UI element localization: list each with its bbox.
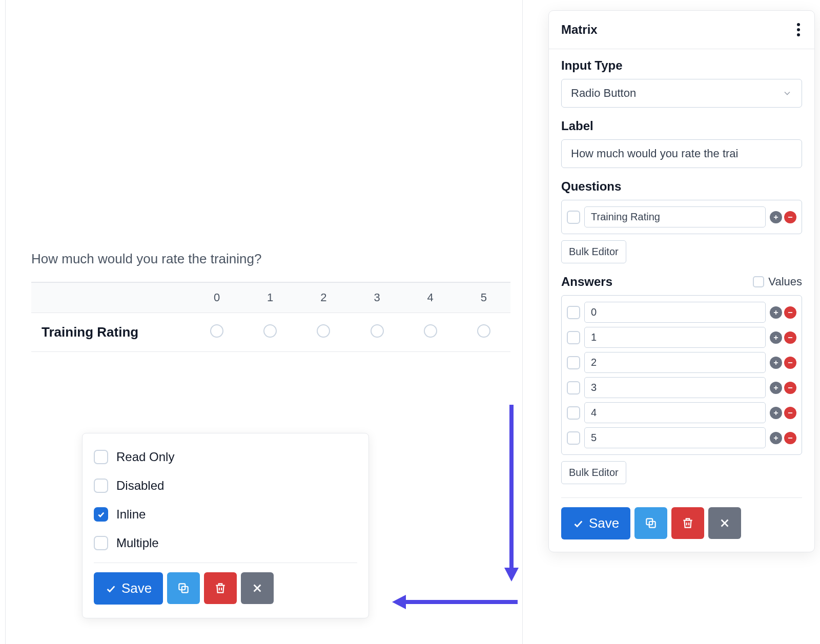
multiple-checkbox[interactable] — [94, 536, 108, 550]
questions-box — [561, 200, 802, 234]
question-check-0[interactable] — [567, 211, 580, 224]
answer-check-5[interactable] — [567, 431, 580, 445]
answer-row — [566, 425, 797, 450]
panel-delete-button[interactable] — [671, 507, 704, 539]
matrix-col-2: 2 — [297, 282, 350, 313]
remove-answer-button[interactable] — [784, 382, 796, 394]
svg-marker-5 — [504, 568, 519, 581]
add-answer-button[interactable] — [770, 306, 782, 319]
remove-question-button[interactable] — [784, 211, 796, 223]
questions-bulk-editor-button[interactable]: Bulk Editor — [561, 240, 626, 263]
answer-input-0[interactable] — [584, 302, 766, 323]
panel-copy-button[interactable] — [634, 507, 667, 539]
annotation-arrow-left — [389, 592, 518, 612]
panel-title: Matrix — [561, 23, 598, 37]
answer-check-4[interactable] — [567, 406, 580, 420]
inline-label: Inline — [116, 507, 146, 522]
answers-box — [561, 295, 802, 455]
save-button-label: Save — [121, 580, 152, 596]
label-label: Label — [561, 119, 802, 133]
label-input[interactable]: How much would you rate the trai — [561, 139, 802, 168]
disabled-label: Disabled — [116, 479, 164, 493]
answer-row — [566, 325, 797, 350]
save-button[interactable]: Save — [94, 572, 163, 605]
properties-panel: Matrix Input Type Radio Button Label How… — [548, 10, 815, 552]
input-type-select[interactable]: Radio Button — [561, 79, 802, 108]
add-answer-button[interactable] — [770, 432, 782, 444]
answer-input-5[interactable] — [584, 427, 766, 448]
remove-answer-button[interactable] — [784, 407, 796, 419]
answer-check-0[interactable] — [567, 306, 580, 319]
copy-button[interactable] — [167, 572, 200, 604]
trash-icon — [681, 516, 694, 530]
answer-row — [566, 375, 797, 400]
annotation-arrow-down — [501, 405, 522, 584]
matrix-col-4: 4 — [404, 282, 457, 313]
add-question-button[interactable] — [770, 211, 782, 223]
matrix-row: Training Rating — [31, 313, 510, 352]
radio-option-5[interactable] — [477, 324, 490, 338]
panel-save-button[interactable]: Save — [561, 507, 630, 539]
read-only-label: Read Only — [116, 450, 174, 464]
matrix-col-1: 1 — [243, 282, 297, 313]
radio-option-3[interactable] — [371, 324, 384, 338]
answer-row — [566, 300, 797, 325]
matrix-header-blank — [31, 282, 190, 313]
add-answer-button[interactable] — [770, 331, 782, 344]
answer-check-2[interactable] — [567, 356, 580, 369]
matrix-col-3: 3 — [350, 282, 403, 313]
remove-answer-button[interactable] — [784, 306, 796, 319]
values-label: Values — [768, 275, 802, 288]
values-checkbox[interactable] — [753, 276, 764, 287]
matrix-col-5: 5 — [457, 282, 510, 313]
matrix-row-label: Training Rating — [31, 313, 190, 352]
answer-row — [566, 400, 797, 425]
remove-answer-button[interactable] — [784, 432, 796, 444]
remove-answer-button[interactable] — [784, 331, 796, 344]
copy-icon — [644, 516, 658, 530]
panel-save-label: Save — [589, 515, 619, 531]
answer-input-2[interactable] — [584, 352, 766, 373]
close-button[interactable] — [241, 572, 274, 604]
check-icon — [572, 518, 584, 529]
close-icon — [719, 517, 730, 529]
answers-label: Answers — [561, 275, 612, 289]
panel-close-button[interactable] — [708, 507, 741, 539]
input-type-value: Radio Button — [571, 87, 636, 100]
disabled-checkbox[interactable] — [94, 479, 108, 493]
question-row — [566, 204, 797, 230]
add-answer-button[interactable] — [770, 382, 782, 394]
read-only-checkbox[interactable] — [94, 450, 108, 464]
check-icon — [105, 583, 116, 594]
radio-option-4[interactable] — [424, 324, 437, 338]
copy-icon — [177, 581, 190, 595]
close-icon — [252, 583, 263, 594]
chevron-down-icon — [782, 88, 792, 98]
remove-answer-button[interactable] — [784, 357, 796, 369]
add-answer-button[interactable] — [770, 357, 782, 369]
radio-option-2[interactable] — [317, 324, 330, 338]
matrix-col-0: 0 — [190, 282, 243, 313]
svg-marker-7 — [392, 595, 406, 609]
answers-bulk-editor-button[interactable]: Bulk Editor — [561, 461, 626, 484]
multiple-label: Multiple — [116, 536, 159, 550]
add-answer-button[interactable] — [770, 407, 782, 419]
matrix-preview-table: 0 1 2 3 4 5 Training Rating — [31, 282, 510, 352]
trash-icon — [214, 581, 227, 595]
radio-option-1[interactable] — [263, 324, 277, 338]
answer-check-3[interactable] — [567, 381, 580, 394]
input-type-label: Input Type — [561, 58, 802, 73]
answer-check-1[interactable] — [567, 331, 580, 344]
panel-menu-button[interactable] — [795, 21, 802, 38]
answer-input-3[interactable] — [584, 377, 766, 398]
answer-input-4[interactable] — [584, 402, 766, 423]
question-input-0[interactable] — [584, 206, 766, 227]
questions-label: Questions — [561, 179, 802, 194]
answer-row — [566, 350, 797, 375]
preview-question-label: How much would you rate the training? — [31, 251, 261, 267]
inline-checkbox[interactable] — [94, 507, 108, 522]
radio-option-0[interactable] — [210, 324, 223, 338]
options-popover: Read Only Disabled Inline Multiple Save — [82, 433, 369, 618]
answer-input-1[interactable] — [584, 327, 766, 348]
delete-button[interactable] — [204, 572, 237, 604]
